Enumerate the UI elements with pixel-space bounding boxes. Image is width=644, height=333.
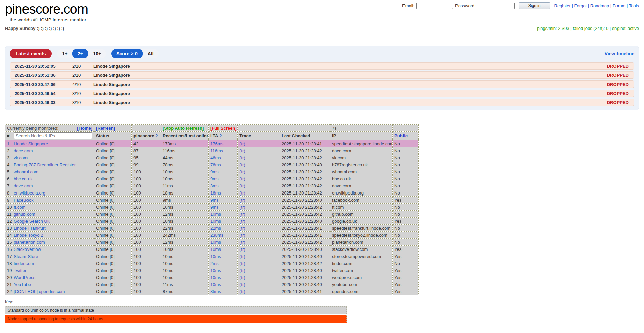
event-row[interactable]: 2025-11-30 20:46:33 3/10 Linode Singapor… bbox=[10, 99, 634, 106]
recent-ms-value: 242ms bbox=[161, 232, 209, 239]
trace-link[interactable]: (tr) bbox=[239, 275, 245, 280]
trace-link[interactable]: (tr) bbox=[239, 212, 245, 217]
node-link[interactable]: en.wikipedia.org bbox=[14, 190, 45, 196]
lta-link[interactable]: 9ms bbox=[210, 198, 219, 203]
node-link[interactable]: dave.com bbox=[14, 183, 33, 188]
node-link[interactable]: Linode Singapore bbox=[14, 141, 48, 146]
trace-link[interactable]: (tr) bbox=[239, 205, 245, 210]
lta-link[interactable]: 9ms bbox=[210, 205, 219, 210]
refresh-link[interactable]: [Refresh] bbox=[96, 126, 115, 131]
email-field[interactable] bbox=[416, 3, 453, 9]
event-row[interactable]: 2025-11-30 20:47:06 4/10 Linode Singapor… bbox=[10, 80, 634, 88]
lta-link[interactable]: 10ms bbox=[210, 282, 221, 287]
trace-link[interactable]: (tr) bbox=[239, 268, 245, 273]
lta-link[interactable]: 3ms bbox=[210, 183, 219, 188]
node-link[interactable]: bbc.co.uk bbox=[14, 176, 33, 181]
lta-link[interactable]: 16ms bbox=[210, 190, 221, 196]
trace-link[interactable]: (tr) bbox=[239, 141, 245, 146]
node-link[interactable]: Twitter bbox=[14, 268, 26, 273]
node-link[interactable]: tinder.com bbox=[14, 261, 34, 266]
lta-link[interactable]: 46ms bbox=[210, 155, 221, 160]
nav-link[interactable]: Forum bbox=[609, 3, 625, 8]
node-link[interactable]: Stackoverflow bbox=[14, 247, 41, 252]
node-status: Online [0] bbox=[94, 189, 132, 197]
event-row[interactable]: 2025-11-30 20:46:54 3/10 Linode Singapor… bbox=[10, 90, 634, 97]
event-row[interactable]: 2025-11-30 20:52:05 2/10 Linode Singapor… bbox=[10, 62, 634, 70]
node-link[interactable]: Google Search UK bbox=[14, 219, 50, 224]
col-public-link[interactable]: Public bbox=[394, 133, 408, 138]
lta-link[interactable]: 176ms bbox=[210, 141, 223, 146]
trace-link[interactable]: (tr) bbox=[239, 240, 245, 245]
trace-link[interactable]: (tr) bbox=[239, 190, 245, 196]
lta-link[interactable]: 10ms bbox=[210, 219, 221, 224]
nav-link[interactable]: Tools bbox=[625, 3, 639, 8]
node-link[interactable]: Steam Store bbox=[14, 254, 38, 259]
node-link[interactable]: FaceBook bbox=[14, 198, 34, 203]
filter-option[interactable]: 10+ bbox=[88, 49, 106, 58]
trace-link[interactable]: (tr) bbox=[239, 198, 245, 203]
lta-link[interactable]: 10ms bbox=[210, 240, 221, 245]
trace-link[interactable]: (tr) bbox=[239, 169, 245, 174]
trace-link[interactable]: (tr) bbox=[239, 162, 245, 167]
sign-in-button[interactable]: Sign in bbox=[519, 2, 550, 9]
node-link[interactable]: Boeing 787 Dreamliner Register bbox=[14, 162, 76, 167]
trace-link[interactable]: (tr) bbox=[239, 226, 245, 231]
public-value: No bbox=[393, 147, 419, 154]
password-field[interactable] bbox=[478, 3, 515, 9]
node-link[interactable]: github.com bbox=[14, 212, 35, 217]
node-link[interactable]: ft.com bbox=[14, 205, 25, 210]
node-link[interactable]: Linode Tokyo 2 bbox=[14, 233, 43, 238]
lta-link[interactable]: 9ms bbox=[210, 169, 219, 174]
home-link[interactable]: [Home] bbox=[77, 126, 92, 131]
lta-link[interactable]: 22ms bbox=[210, 226, 221, 231]
pinescore-help-link[interactable]: ? bbox=[155, 133, 158, 138]
filter-option[interactable]: 2+ bbox=[72, 49, 88, 58]
lta-link[interactable]: 85ms bbox=[210, 289, 221, 294]
lta-link[interactable]: 116ms bbox=[210, 148, 223, 153]
filter-option[interactable]: Score > 0 bbox=[111, 49, 143, 58]
lta-link[interactable]: 10ms bbox=[210, 254, 221, 259]
trace-link[interactable]: (tr) bbox=[239, 282, 245, 287]
node-link[interactable]: Linode Frankfurt bbox=[14, 226, 46, 231]
public-value: No bbox=[393, 204, 419, 211]
view-timeline-link[interactable]: View timeline bbox=[605, 51, 634, 56]
key-item: Standard column color, node is in a norm… bbox=[5, 306, 347, 314]
node-link[interactable]: [CONTROL] opendns.com bbox=[14, 289, 65, 294]
trace-link[interactable]: (tr) bbox=[239, 254, 245, 259]
nav-link[interactable]: Roadmap bbox=[587, 3, 609, 8]
lta-link[interactable]: 9ms bbox=[210, 176, 219, 181]
stop-auto-refresh-link[interactable]: [Stop Auto Refresh] bbox=[163, 126, 204, 131]
latest-events-button[interactable]: Latest events bbox=[10, 49, 52, 58]
node-link[interactable]: YouTube bbox=[14, 282, 31, 287]
trace-link[interactable]: (tr) bbox=[239, 176, 245, 181]
trace-link[interactable]: (tr) bbox=[239, 155, 245, 160]
trace-link[interactable]: (tr) bbox=[239, 148, 245, 153]
search-input[interactable] bbox=[14, 132, 92, 139]
trace-link[interactable]: (tr) bbox=[239, 219, 245, 224]
node-link[interactable]: WordPress bbox=[14, 275, 35, 280]
lta-link[interactable]: 10ms bbox=[210, 247, 221, 252]
trace-link[interactable]: (tr) bbox=[239, 261, 245, 266]
lta-link[interactable]: 10ms bbox=[210, 275, 221, 280]
lta-link[interactable]: 2ms bbox=[210, 261, 219, 266]
node-link[interactable]: vk.com bbox=[14, 155, 28, 160]
node-link[interactable]: planetarion.com bbox=[14, 240, 45, 245]
lta-link[interactable]: 10ms bbox=[210, 212, 221, 217]
nav-link[interactable]: Register bbox=[554, 3, 571, 8]
lta-help-link[interactable]: ? bbox=[219, 133, 222, 138]
lta-link[interactable]: 10ms bbox=[210, 268, 221, 273]
event-row[interactable]: 2025-11-30 20:51:36 2/10 Linode Singapor… bbox=[10, 71, 634, 79]
lta-link[interactable]: 76ms bbox=[210, 162, 221, 167]
nav-link[interactable]: Forgot bbox=[571, 3, 587, 8]
filter-option[interactable]: 1+ bbox=[57, 49, 72, 58]
full-screen-link[interactable]: [Full Screen] bbox=[210, 126, 237, 131]
key-list: Standard column color, node is in a norm… bbox=[0, 306, 644, 323]
trace-link[interactable]: (tr) bbox=[239, 233, 245, 238]
node-link[interactable]: whoami.com bbox=[14, 169, 38, 174]
node-link[interactable]: dace.com bbox=[14, 148, 33, 153]
trace-link[interactable]: (tr) bbox=[239, 247, 245, 252]
filter-option[interactable]: All bbox=[143, 49, 159, 58]
lta-link[interactable]: 238ms bbox=[210, 233, 223, 238]
trace-link[interactable]: (tr) bbox=[239, 289, 245, 294]
trace-link[interactable]: (tr) bbox=[239, 183, 245, 188]
